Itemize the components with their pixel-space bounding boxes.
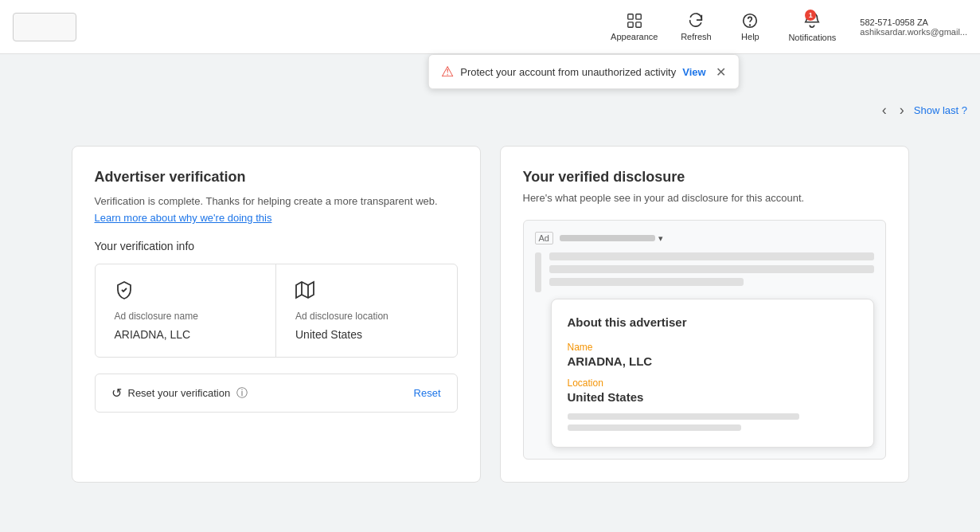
refresh-icon	[687, 12, 705, 29]
name-cell-value: ARIADNA, LLC	[115, 328, 191, 341]
help-button[interactable]: Help	[726, 9, 774, 45]
popup-name-label: Name	[568, 342, 857, 353]
popup-shimmer-1	[568, 413, 799, 420]
prev-page-button[interactable]: ‹	[879, 100, 890, 120]
left-card-description: Verification is complete. Thanks for hel…	[95, 195, 458, 207]
shimmer-line-2	[549, 265, 874, 273]
dropdown-chevron-icon: ▾	[658, 233, 663, 244]
appearance-label: Appearance	[611, 32, 658, 41]
popup-location-value: United States	[568, 390, 857, 404]
reset-row: ↺ Reset your verification ⓘ Reset	[95, 374, 458, 413]
reset-left: ↺ Reset your verification ⓘ	[111, 385, 248, 401]
popup-name-field: Name ARIADNA, LLC	[568, 342, 857, 368]
sub-toolbar: ‹ › Show last ?	[0, 94, 980, 127]
verified-disclosure-card: Your verified disclosure Here's what peo…	[500, 146, 909, 483]
shimmer-title	[560, 235, 655, 241]
ad-shimmer-lines	[549, 252, 874, 292]
close-notification-button[interactable]: ✕	[716, 65, 726, 80]
right-card-description: Here's what people see in your ad disclo…	[523, 192, 886, 204]
main-content: Advertiser verification Verification is …	[53, 127, 928, 502]
refresh-button[interactable]: Refresh	[672, 9, 720, 45]
shimmer-line-1	[549, 252, 874, 260]
notifications-button[interactable]: 1 Notifications	[780, 8, 844, 45]
show-last-label[interactable]: Show last ?	[914, 104, 967, 116]
help-circle-icon[interactable]: ⓘ	[236, 386, 248, 401]
notifications-label: Notifications	[788, 33, 836, 42]
ad-preview: Ad ▾ About this advertiser Na	[523, 220, 886, 460]
svg-rect-0	[628, 14, 633, 19]
popup-location-label: Location	[568, 377, 857, 389]
search-bar[interactable]	[13, 13, 76, 41]
notifications-icon-wrap: 1	[803, 11, 821, 33]
svg-marker-6	[296, 282, 314, 298]
reset-label: Reset your verification	[128, 387, 231, 399]
ad-label-row: Ad ▾	[535, 232, 874, 244]
popup-title: About this advertiser	[568, 315, 857, 329]
svg-rect-3	[636, 22, 641, 27]
refresh-label: Refresh	[681, 32, 712, 41]
account-details: 582-571-0958 ZA ashiksardar.works@gmail.…	[860, 18, 967, 37]
notification-banner: ⚠ Protect your account from unauthorized…	[428, 54, 739, 89]
toolbar: Appearance Refresh Help	[0, 0, 980, 54]
help-label: Help	[741, 32, 759, 41]
next-page-button[interactable]: ›	[896, 100, 908, 120]
map-icon	[295, 280, 314, 304]
account-email: ashiksardar.works@gmail...	[860, 27, 967, 37]
reset-button[interactable]: Reset	[414, 387, 441, 399]
appearance-icon	[626, 12, 643, 29]
search-area	[13, 13, 76, 41]
popup-location-field: Location United States	[568, 377, 857, 404]
ad-left-bar	[535, 252, 541, 292]
location-cell-value: United States	[295, 328, 362, 341]
popup-shimmer-2	[568, 424, 741, 431]
verification-info-grid: Ad disclosure name ARIADNA, LLC Ad discl…	[95, 264, 458, 358]
help-icon	[741, 12, 759, 29]
svg-rect-1	[636, 14, 641, 19]
svg-point-5	[750, 25, 751, 25]
ad-label: Ad	[535, 232, 553, 244]
popup-name-value: ARIADNA, LLC	[568, 354, 857, 368]
shield-icon	[115, 280, 134, 304]
location-cell-label: Ad disclosure location	[295, 311, 388, 322]
advertiser-verification-card: Advertiser verification Verification is …	[72, 146, 481, 483]
ad-content-area	[535, 252, 874, 292]
account-phone: 582-571-0958 ZA	[860, 18, 967, 27]
ad-dropdown[interactable]: ▾	[560, 233, 663, 244]
right-card-title: Your verified disclosure	[523, 169, 886, 186]
warning-icon: ⚠	[441, 63, 454, 80]
ad-disclosure-location-cell: Ad disclosure location United States	[276, 264, 457, 357]
learn-more-link[interactable]: Learn more about why we're doing this	[95, 212, 272, 224]
advertiser-popup: About this advertiser Name ARIADNA, LLC …	[551, 299, 874, 448]
account-info[interactable]: 582-571-0958 ZA ashiksardar.works@gmail.…	[860, 18, 967, 37]
verification-info-title: Your verification info	[95, 240, 458, 252]
toolbar-actions: Appearance Refresh Help	[603, 8, 967, 45]
left-card-title: Advertiser verification	[95, 169, 458, 186]
name-cell-label: Ad disclosure name	[115, 311, 198, 322]
ad-disclosure-name-cell: Ad disclosure name ARIADNA, LLC	[96, 264, 277, 357]
appearance-button[interactable]: Appearance	[603, 9, 666, 45]
shimmer-line-3	[549, 278, 744, 286]
notification-message: Protect your account from unauthorized a…	[460, 66, 676, 78]
svg-rect-2	[628, 22, 633, 27]
reset-icon: ↺	[111, 385, 122, 401]
view-link[interactable]: View	[682, 66, 705, 78]
